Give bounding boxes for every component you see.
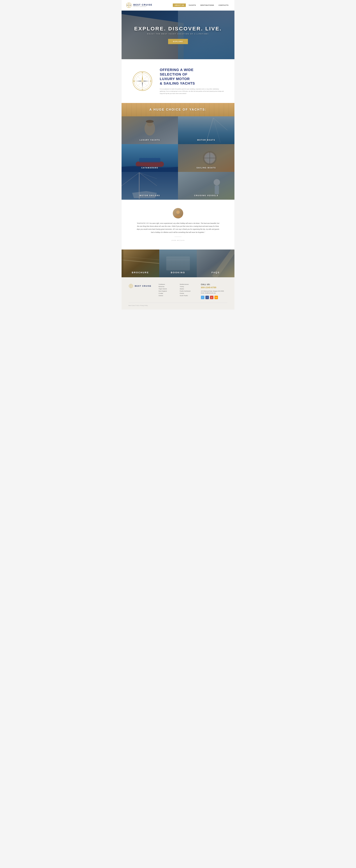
footer-contact: CALL US: 800-2345-6789 4175 Allectural R… [201,283,228,299]
hero-section: EXPLORE. DISCOVER. LIVE. ENJOY THE BEST … [122,10,234,59]
yacht-motor-sailer[interactable]: MOTOR SAILERS [122,172,178,200]
yacht-cruising-label: CRUISING VESSELS [178,194,234,196]
footer-link-pacific[interactable]: Pacific Northwest [180,290,198,292]
footer-link-caribbean[interactable]: Caribbean [158,283,176,285]
logo-text: BEST CRUISE PRIVATE CHARTERS [134,3,152,7]
footer-link-croatia[interactable]: Croatia [158,292,176,294]
logo-name: BEST CRUISE [134,3,152,6]
footer-link-virgin[interactable]: Virgin Islands [158,288,176,290]
footer-link-southpacific[interactable]: South Pacific [180,295,198,297]
footer-link-greece[interactable]: Greece [158,295,176,297]
footer-col2: Mediterranean Turkey Alaska Pacific Nort… [180,283,198,299]
testimonial-author: John McCaid [136,240,220,241]
yacht-catamaran[interactable]: CATAMARANS [122,144,178,172]
footer-phone: 800-2345-6789 [201,286,228,289]
yachts-header: A HUGE CHOICE OF YACHTS: [122,103,234,116]
yacht-luxury[interactable]: LUXURY YACHTS [122,116,178,144]
logo-tagline: PRIVATE CHARTERS [134,6,152,7]
footer-logo: BEST CRUISE [128,283,155,288]
nav-destinations[interactable]: DESTINATIONS [199,3,216,7]
svg-point-25 [142,81,143,82]
footer-social: t f g rss [201,296,228,299]
testimonial-divider [175,237,181,237]
yacht-grid: LUXURY YACHTS MOTOR BOATS [122,116,234,200]
footer-link-turkey[interactable]: Turkey [180,286,198,287]
footer-col1: Caribbean Bahamas Virgin Islands New Eng… [158,283,176,299]
footer-logo-icon [128,283,134,288]
footer-link-alaska[interactable]: Alaska [180,288,198,290]
footer-link-mediterranean[interactable]: Mediterranean [180,283,198,285]
footer-logo-name: BEST CRUISE [135,285,151,287]
yacht-motor-label: MOTOR BOATS [178,139,234,141]
svg-text:E: E [150,80,151,82]
svg-text:W: W [133,80,135,82]
about-description: It is our pleasure to match the perfect … [160,88,224,95]
social-facebook[interactable]: f [205,296,209,299]
header: BEST CRUISE PRIVATE CHARTERS ABOUT US YA… [122,0,234,10]
svg-point-67 [130,286,131,286]
cta-booking-label: BOOKING [159,271,197,274]
logo: BEST CRUISE PRIVATE CHARTERS [126,2,152,8]
cta-booking[interactable]: BOOKING [159,249,197,277]
logo-icon [126,2,132,8]
social-google[interactable]: g [210,296,213,299]
footer-address: 4175 Allectural Road, Glasgow G63 #5555 … [201,290,228,294]
footer-link-florida[interactable]: Florida [180,292,198,294]
about-section: N S E W OFFERING A WIDE SELECTION OF LUX… [122,59,234,103]
cta-brochure[interactable]: BROCHURE [122,249,159,277]
yacht-motor[interactable]: MOTOR BOATS [178,116,234,144]
main-nav: ABOUT US YACHTS DESTINATIONS CONTACTS [173,3,230,7]
cta-faqs[interactable]: FAQS [197,249,234,277]
svg-text:S: S [142,89,143,90]
compass-icon: N S E W [132,71,153,92]
footer-logo-section: BEST CRUISE [128,283,155,299]
testimonial-quote: "FANTASTIC !!!!!! You were right, once e… [136,222,220,234]
footer-top: BEST CRUISE Caribbean Bahamas Virgin Isl… [128,283,228,303]
yacht-cruising[interactable]: CRUISING VESSELS [178,172,234,200]
avatar-icon [174,209,182,217]
yacht-motor-sailer-label: MOTOR SAILERS [122,194,178,196]
yachts-header-title: A HUGE CHOICE OF YACHTS: [126,108,230,112]
svg-point-51 [176,211,180,214]
cta-section: BROCHURE BOOKING [122,249,234,277]
nav-contacts[interactable]: CONTACTS [217,3,230,7]
nav-yachts[interactable]: YACHTS [187,3,198,7]
svg-text:N: N [142,72,143,74]
footer-copyright: Best Cruise © 2013 • Privacy Policy [128,305,148,306]
hero-content: EXPLORE. DISCOVER. LIVE. ENJOY THE BEST … [134,26,222,44]
social-twitter[interactable]: t [201,296,204,299]
hero-subtitle: ENJOY THE BEST YACHT VACATION OF A LIFET… [134,33,222,35]
yacht-sailing-label: SAILING BOATS [178,167,234,169]
yacht-sailing[interactable]: SAILING BOATS [178,144,234,172]
footer-link-bahamas[interactable]: Bahamas [158,286,176,287]
hero-explore-button[interactable]: EXPLORE [168,39,188,44]
footer-call-title: CALL US: [201,283,228,285]
yacht-luxury-label: LUXURY YACHTS [122,139,178,141]
about-heading: OFFERING A WIDE SELECTION OF LUXURY MOTO… [160,67,224,86]
yacht-catamaran-label: CATAMARANS [122,167,178,169]
social-rss[interactable]: rss [214,296,218,299]
footer: BEST CRUISE Caribbean Bahamas Virgin Isl… [122,277,234,310]
footer-bottom: Best Cruise © 2013 • Privacy Policy [128,303,228,306]
cta-brochure-label: BROCHURE [122,271,159,274]
testimonial-avatar [173,208,183,218]
testimonial-section: "FANTASTIC !!!!!! You were right, once e… [122,200,234,249]
cta-faqs-label: FAQS [197,271,234,274]
svg-point-8 [128,5,129,5]
hero-title: EXPLORE. DISCOVER. LIVE. [134,26,222,32]
nav-about[interactable]: ABOUT US [173,3,186,7]
footer-link-newengland[interactable]: New England [158,290,176,292]
about-text: OFFERING A WIDE SELECTION OF LUXURY MOTO… [160,67,224,95]
